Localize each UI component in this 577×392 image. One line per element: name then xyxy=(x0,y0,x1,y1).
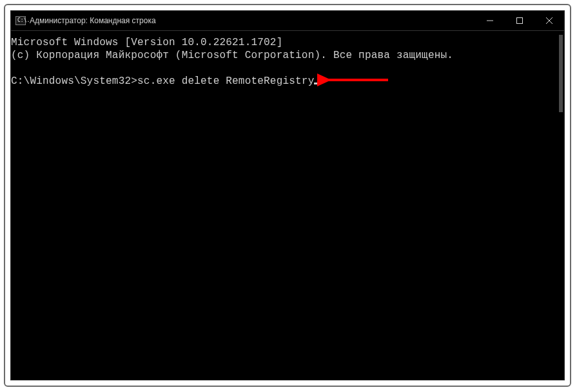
titlebar[interactable]: C:\. Администратор: Командная строка xyxy=(11,11,564,30)
terminal-output[interactable]: Microsoft Windows [Version 10.0.22621.17… xyxy=(11,31,554,380)
scrollbar[interactable] xyxy=(554,31,564,380)
cmd-icon: C:\. xyxy=(15,16,26,25)
screenshot-frame: C:\. Администратор: Командная строка xyxy=(4,4,571,387)
maximize-icon xyxy=(516,17,523,24)
copyright-line: (c) Корпорация Майкрософт (Microsoft Cor… xyxy=(11,50,453,61)
cmd-icon-label: C:\. xyxy=(17,18,30,23)
cmd-window: C:\. Администратор: Командная строка xyxy=(10,10,565,380)
command-text: sc.exe delete RemoteRegistry xyxy=(137,75,314,87)
terminal-area[interactable]: Microsoft Windows [Version 10.0.22621.17… xyxy=(11,31,564,380)
cursor xyxy=(314,83,320,84)
window-title: Администратор: Командная строка xyxy=(30,16,156,25)
close-icon xyxy=(546,17,553,24)
maximize-button[interactable] xyxy=(505,11,534,30)
version-line: Microsoft Windows [Version 10.0.22621.17… xyxy=(11,37,282,48)
prompt: C:\Windows\System32> xyxy=(11,75,137,87)
svg-rect-1 xyxy=(517,18,523,24)
window-controls xyxy=(475,11,564,30)
close-button[interactable] xyxy=(534,11,564,30)
scrollbar-thumb[interactable] xyxy=(559,35,563,112)
minimize-icon xyxy=(487,17,493,24)
minimize-button[interactable] xyxy=(475,11,505,30)
